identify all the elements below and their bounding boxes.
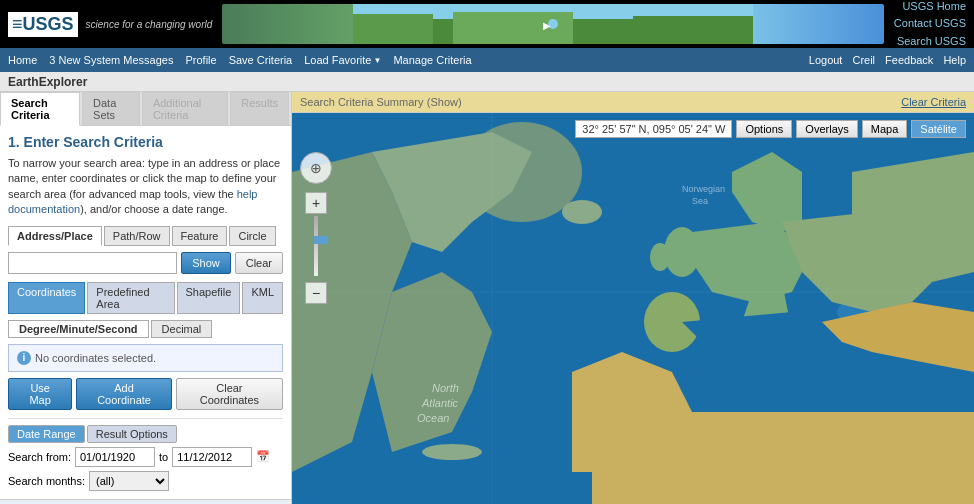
navbar-left: Home 3 New System Messages Profile Save … bbox=[8, 54, 472, 66]
info-icon: i bbox=[17, 351, 31, 365]
left-panel: Search Criteria Data Sets Additional Cri… bbox=[0, 92, 292, 504]
calendar-icon[interactable]: 📅 bbox=[256, 450, 270, 463]
search-input[interactable] bbox=[8, 252, 177, 274]
coordinate-display: 32° 25' 57" N, 095° 05' 24" W bbox=[575, 120, 732, 138]
coord-tab-predefined[interactable]: Predefined Area bbox=[87, 282, 174, 314]
coord-buttons: Use Map Add Coordinate Clear Coordinates bbox=[8, 378, 283, 410]
panel-description: To narrow your search area: type in an a… bbox=[8, 156, 283, 218]
nav-save-criteria[interactable]: Save Criteria bbox=[229, 54, 293, 66]
clear-button[interactable]: Clear bbox=[235, 252, 283, 274]
map-navigation: ⊕ + − bbox=[300, 152, 332, 304]
header-links: USGS Home Contact USGS Search USGS bbox=[894, 0, 966, 50]
app-title: EarthExplorer bbox=[0, 72, 974, 92]
tab-additional-criteria[interactable]: Additional Criteria bbox=[142, 92, 228, 125]
main-content: Search Criteria Data Sets Additional Cri… bbox=[0, 92, 974, 504]
coord-tab-kml[interactable]: KML bbox=[242, 282, 283, 314]
add-coordinate-button[interactable]: Add Coordinate bbox=[76, 378, 171, 410]
coord-info-text: No coordinates selected. bbox=[35, 352, 156, 364]
search-usgs-link[interactable]: Search USGS bbox=[894, 33, 966, 51]
zoom-handle[interactable] bbox=[314, 236, 328, 244]
date-section: Date Range Result Options Search from: t… bbox=[8, 418, 283, 491]
tab-search-criteria[interactable]: Search Criteria bbox=[0, 92, 80, 126]
svg-point-9 bbox=[562, 200, 602, 224]
zoom-slider[interactable] bbox=[314, 216, 318, 276]
date-row: Search from: to 📅 bbox=[8, 447, 283, 467]
navbar-right: Logout Creil Feedback Help bbox=[809, 54, 966, 66]
nav-logout[interactable]: Logout bbox=[809, 54, 843, 66]
nav-profile[interactable]: Profile bbox=[185, 54, 216, 66]
date-tab-range[interactable]: Date Range bbox=[8, 425, 85, 443]
use-map-button[interactable]: Use Map bbox=[8, 378, 72, 410]
map-show-link[interactable]: (Show) bbox=[427, 96, 462, 108]
show-button[interactable]: Show bbox=[181, 252, 231, 274]
page-header: ≡USGS science for a changing world ▶ USG… bbox=[0, 0, 974, 48]
coord-tab-shapefile[interactable]: Shapefile bbox=[177, 282, 241, 314]
nav-help[interactable]: Help bbox=[943, 54, 966, 66]
search-input-row: Show Clear bbox=[8, 252, 283, 274]
date-to-input[interactable] bbox=[172, 447, 252, 467]
clear-coordinates-button[interactable]: Clear Coordinates bbox=[176, 378, 283, 410]
contact-usgs-link[interactable]: Contact USGS bbox=[894, 15, 966, 33]
nav-manage-criteria[interactable]: Manage Criteria bbox=[393, 54, 471, 66]
format-tab-dms[interactable]: Degree/Minute/Second bbox=[8, 320, 149, 338]
search-from-label: Search from: bbox=[8, 451, 71, 463]
map-controls: 32° 25' 57" N, 095° 05' 24" W Options Ov… bbox=[575, 120, 966, 138]
svg-text:▶: ▶ bbox=[543, 20, 551, 31]
pan-control[interactable]: ⊕ bbox=[300, 152, 332, 184]
date-tabs: Date Range Result Options bbox=[8, 425, 283, 443]
map-header: Search Criteria Summary (Show) Clear Cri… bbox=[292, 92, 974, 113]
help-link[interactable]: help documentation bbox=[8, 188, 257, 215]
panel-content: 1. Enter Search Criteria To narrow your … bbox=[0, 126, 291, 499]
to-label: to bbox=[159, 451, 168, 463]
svg-text:Norwegian: Norwegian bbox=[682, 184, 725, 194]
satelite-button[interactable]: Satélite bbox=[911, 120, 966, 138]
tagline: science for a changing world bbox=[86, 19, 213, 30]
clear-criteria-button[interactable]: Clear Criteria bbox=[901, 96, 966, 108]
address-tabs: Address/Place Path/Row Feature Circle bbox=[8, 226, 283, 246]
svg-text:North: North bbox=[432, 382, 459, 394]
coord-info-box: i No coordinates selected. bbox=[8, 344, 283, 372]
months-label: Search months: bbox=[8, 475, 85, 487]
logo-area: ≡USGS science for a changing world bbox=[8, 12, 212, 37]
usgs-home-link[interactable]: USGS Home bbox=[894, 0, 966, 15]
zoom-in-button[interactable]: + bbox=[305, 192, 327, 214]
panel-title: 1. Enter Search Criteria bbox=[8, 134, 283, 150]
header-map-banner: ▶ bbox=[222, 4, 884, 44]
map-area[interactable]: North Atlantic Ocean Norwegian Sea Searc… bbox=[292, 92, 974, 504]
coordinate-tabs: Coordinates Predefined Area Shapefile KM… bbox=[8, 282, 283, 314]
nav-load-favorite[interactable]: Load Favorite bbox=[304, 54, 381, 66]
nav-messages[interactable]: 3 New System Messages bbox=[49, 54, 173, 66]
date-tab-options[interactable]: Result Options bbox=[87, 425, 177, 443]
svg-point-10 bbox=[422, 444, 482, 460]
options-button[interactable]: Options bbox=[736, 120, 792, 138]
nav-feedback[interactable]: Feedback bbox=[885, 54, 933, 66]
format-tab-decimal[interactable]: Decimal bbox=[151, 320, 213, 338]
coord-format-tabs: Degree/Minute/Second Decimal bbox=[8, 320, 283, 338]
month-row: Search months: (all) bbox=[8, 471, 283, 491]
map-title: Search Criteria Summary (Show) bbox=[300, 95, 462, 109]
svg-text:Ocean: Ocean bbox=[417, 412, 449, 424]
zoom-out-button[interactable]: − bbox=[305, 282, 327, 304]
addr-tab-circle[interactable]: Circle bbox=[229, 226, 275, 246]
svg-point-13 bbox=[650, 243, 670, 271]
nav-home[interactable]: Home bbox=[8, 54, 37, 66]
svg-rect-2 bbox=[353, 14, 433, 44]
addr-tab-pathrow[interactable]: Path/Row bbox=[104, 226, 170, 246]
tab-data-sets[interactable]: Data Sets bbox=[82, 92, 140, 125]
map-canvas: North Atlantic Ocean Norwegian Sea bbox=[292, 92, 974, 504]
mapa-button[interactable]: Mapa bbox=[862, 120, 908, 138]
nav-creil[interactable]: Creil bbox=[852, 54, 875, 66]
month-select[interactable]: (all) bbox=[89, 471, 169, 491]
svg-text:Sea: Sea bbox=[692, 196, 708, 206]
date-from-input[interactable] bbox=[75, 447, 155, 467]
usgs-logo: ≡USGS bbox=[8, 12, 78, 37]
nav-bar: Home 3 New System Messages Profile Save … bbox=[0, 48, 974, 72]
addr-tab-place[interactable]: Address/Place bbox=[8, 226, 102, 246]
main-tabs: Search Criteria Data Sets Additional Cri… bbox=[0, 92, 291, 126]
tab-results[interactable]: Results bbox=[230, 92, 289, 125]
coord-tab-coordinates[interactable]: Coordinates bbox=[8, 282, 85, 314]
svg-text:Atlantic: Atlantic bbox=[421, 397, 459, 409]
overlays-button[interactable]: Overlays bbox=[796, 120, 857, 138]
svg-rect-4 bbox=[633, 16, 753, 44]
addr-tab-feature[interactable]: Feature bbox=[172, 226, 228, 246]
